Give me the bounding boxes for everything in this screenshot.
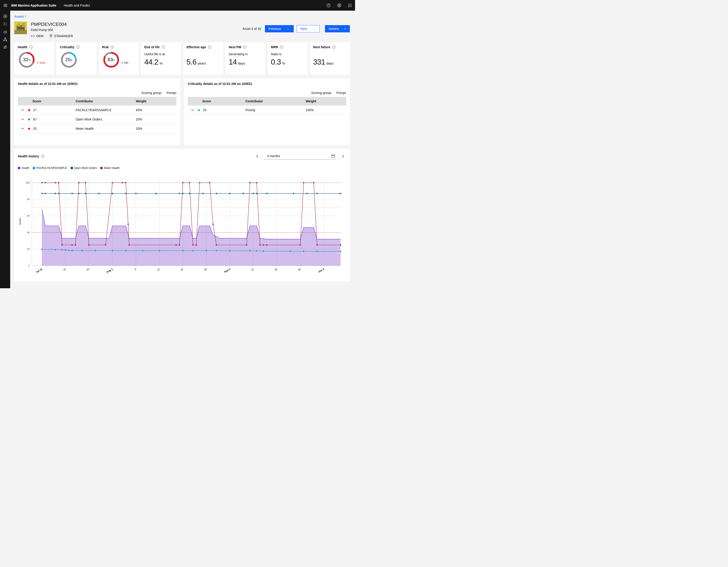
table-row: 17FACRULYEARSSAMPLE60% bbox=[18, 106, 176, 115]
health-gauge: 32%▼32% bbox=[18, 51, 51, 69]
column-header-score: Score bbox=[18, 97, 73, 106]
legend-swatch bbox=[100, 167, 103, 169]
history-prev-button[interactable] bbox=[254, 153, 260, 159]
topbar-actions: ? bbox=[323, 0, 355, 11]
kpi-number: 14 bbox=[229, 58, 237, 66]
health-scoring-group: Scoring group: Pumps bbox=[18, 91, 176, 95]
kpi-unit: % bbox=[159, 61, 162, 65]
score-flex: 87 bbox=[20, 117, 71, 122]
row-expand-button[interactable] bbox=[20, 117, 25, 122]
oem-icon bbox=[31, 34, 35, 38]
help-button[interactable]: ? bbox=[323, 0, 334, 11]
row-expand-button[interactable] bbox=[20, 126, 25, 131]
info-button[interactable] bbox=[280, 45, 284, 49]
next-button[interactable]: Next → bbox=[297, 25, 320, 32]
brand-prefix: IBM bbox=[11, 4, 17, 7]
svg-text:Sep 5: Sep 5 bbox=[223, 268, 231, 273]
user-avatar-icon bbox=[337, 3, 341, 7]
sidebar-item-work-queue[interactable] bbox=[0, 21, 10, 27]
health-history-title: Health history bbox=[18, 154, 39, 158]
history-controls: 3 months bbox=[254, 153, 346, 160]
svg-text:20: 20 bbox=[27, 248, 30, 250]
kpi-number: 44.2 bbox=[144, 58, 158, 66]
svg-text:0: 0 bbox=[28, 264, 30, 267]
page-title: PMPDEVICE004 bbox=[31, 22, 73, 27]
kpi-unit: days bbox=[238, 61, 245, 65]
contributor-cell: Priority bbox=[243, 106, 303, 115]
kpi-subtitle: Useful life is at bbox=[144, 52, 178, 56]
score-flex: 25 bbox=[20, 126, 71, 131]
history-next-button[interactable] bbox=[340, 153, 346, 159]
kpi-row: Health32%▼32%Criticality25%Risk83%▼5%End… bbox=[14, 42, 350, 74]
weight-cell: 20% bbox=[134, 115, 176, 124]
health-details-table: ScoreContributorWeight 17FACRULYEARSSAMP… bbox=[18, 97, 176, 133]
svg-text:8: 8 bbox=[134, 268, 137, 271]
legend-item-facrulyearssample[interactable]: FACRULYEARSSAMPLE bbox=[33, 166, 67, 170]
column-header-weight: Weight bbox=[134, 97, 176, 106]
app-switcher-icon bbox=[348, 4, 352, 7]
kpi-delta-value: 5% bbox=[124, 61, 128, 65]
breadcrumb-separator: / bbox=[25, 15, 26, 18]
actions-button[interactable]: Actions bbox=[325, 25, 350, 32]
health-history-panel: Health history 3 months bbox=[14, 149, 350, 281]
kpi-delta: ▼5% bbox=[121, 61, 128, 65]
asset-thumbnail bbox=[14, 22, 27, 34]
topbar-divider bbox=[60, 3, 60, 8]
table-row: 25Priority100% bbox=[188, 106, 346, 115]
svg-text:100: 100 bbox=[26, 181, 30, 184]
legend-item-meter-health[interactable]: Meter Health bbox=[100, 166, 120, 170]
kpi-card-next-pm: Next PMGenerating in14days bbox=[225, 42, 265, 74]
kpi-card-end-of-life: End of lifeUseful life is at44.2% bbox=[141, 42, 181, 74]
menu-button[interactable] bbox=[0, 0, 11, 11]
svg-text:32%: 32% bbox=[23, 57, 30, 62]
top-bar: IBMMaximo Application Suite Health and P… bbox=[0, 0, 355, 11]
kpi-number: 5.6 bbox=[187, 58, 197, 66]
sidebar-item-settings[interactable] bbox=[0, 44, 10, 50]
breadcrumb-assets-link[interactable]: Assets bbox=[14, 15, 24, 18]
svg-text:80: 80 bbox=[27, 198, 30, 201]
kpi-title: Health bbox=[18, 45, 51, 49]
app-switcher-button[interactable] bbox=[344, 0, 355, 11]
legend-item-open-work-orders[interactable]: Open Work Orders bbox=[71, 166, 97, 170]
info-icon bbox=[41, 154, 45, 158]
info-button[interactable] bbox=[332, 45, 336, 49]
column-header-contributor: Contributor bbox=[243, 97, 303, 106]
date-range-value: 3 months bbox=[267, 154, 280, 158]
kpi-number: 331 bbox=[313, 58, 325, 66]
legend-item-health[interactable]: Health bbox=[18, 166, 29, 170]
date-range-select[interactable]: 3 months bbox=[264, 153, 336, 160]
info-button[interactable] bbox=[29, 45, 33, 49]
chevron-down-icon bbox=[344, 28, 346, 29]
row-expand-button[interactable] bbox=[190, 108, 195, 113]
info-button[interactable] bbox=[208, 45, 211, 49]
health-history-info-button[interactable] bbox=[41, 154, 45, 158]
info-icon bbox=[208, 45, 211, 49]
kpi-value: 44.2% bbox=[144, 58, 178, 66]
info-button[interactable] bbox=[76, 45, 80, 49]
previous-button[interactable]: Previous ← bbox=[265, 25, 294, 32]
sidebar-item-monitor[interactable] bbox=[0, 13, 10, 20]
info-button[interactable] bbox=[111, 45, 114, 49]
svg-text:18: 18 bbox=[62, 268, 66, 271]
sidebar-item-health[interactable] bbox=[0, 28, 10, 35]
chart-legend: HealthFACRULYEARSSAMPLEOpen Work OrdersM… bbox=[18, 166, 346, 170]
info-button[interactable] bbox=[161, 45, 165, 49]
caret-down-icon: ▼ bbox=[37, 62, 39, 64]
score-value: 87 bbox=[33, 118, 37, 121]
kpi-card-criticality: Criticality25% bbox=[56, 42, 96, 74]
chart-area: 020406080100Jul 111825Aug 18152229Sep 51… bbox=[18, 171, 346, 278]
legend-label: Health bbox=[22, 166, 29, 170]
legend-label: Open Work Orders bbox=[74, 166, 97, 170]
hamburger-icon bbox=[3, 4, 7, 7]
kpi-title-label: Criticality bbox=[60, 45, 74, 49]
asset-identity: PMPDEVICE004 Field Pump 004 OEM bbox=[31, 22, 73, 38]
location-label: STAVANGER bbox=[54, 34, 73, 38]
next-label: Next bbox=[300, 27, 307, 31]
kpi-subtitle: Generating in bbox=[229, 52, 262, 56]
location-pin-icon bbox=[49, 34, 53, 38]
info-button[interactable] bbox=[243, 45, 247, 49]
kpi-value: 14days bbox=[229, 58, 262, 66]
sidebar-item-hierarchy[interactable] bbox=[0, 36, 10, 43]
user-button[interactable] bbox=[334, 0, 344, 11]
row-expand-button[interactable] bbox=[20, 108, 25, 113]
